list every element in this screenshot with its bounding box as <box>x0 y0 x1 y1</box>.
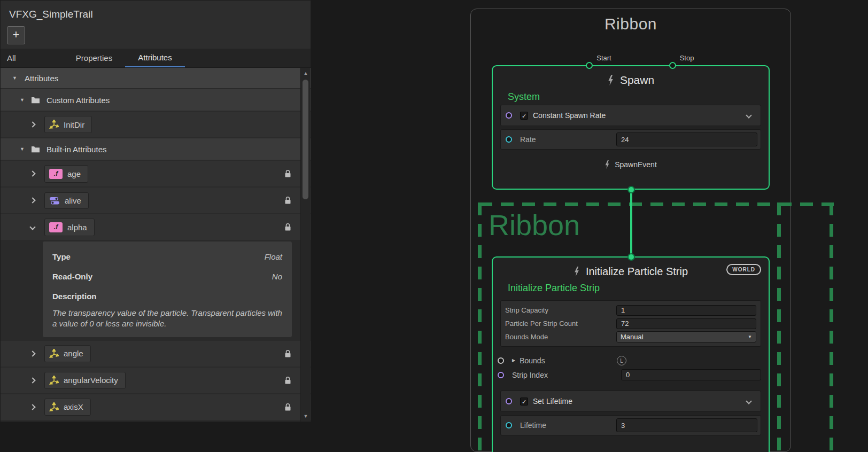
folder-icon <box>31 97 40 104</box>
attribute-name: age <box>67 169 81 178</box>
expand-chevron-icon[interactable] <box>29 350 35 356</box>
local-space-badge[interactable]: L <box>617 356 626 365</box>
spawn-start-port[interactable] <box>586 62 593 69</box>
system-border-right <box>777 202 781 452</box>
folder-icon <box>31 146 40 153</box>
rate-input[interactable] <box>616 133 757 146</box>
attribute-row-alpha[interactable]: .f alpha <box>1 214 311 240</box>
readonly-label: Read-Only <box>52 272 92 281</box>
block-port[interactable] <box>506 398 512 404</box>
foldout-open-icon[interactable]: ▼ <box>12 76 17 81</box>
group-title[interactable]: Ribbon <box>470 15 791 33</box>
lifetime-input[interactable] <box>616 418 757 432</box>
expand-chevron-icon[interactable] <box>29 170 35 176</box>
spawn-node-header: Spawn <box>493 72 769 89</box>
strip-capacity-input[interactable] <box>616 305 756 316</box>
type-value: Float <box>265 252 282 261</box>
init-context-icon <box>574 267 580 276</box>
attribute-row-angularvelocity[interactable]: angularVelocity <box>1 368 311 393</box>
bounds-port[interactable] <box>498 357 504 364</box>
expand-chevron-icon[interactable] <box>29 197 35 203</box>
strip-index-row: Strip Index <box>500 368 761 382</box>
attribute-row-axisx[interactable]: axisX <box>1 394 311 420</box>
spawn-stop-port[interactable] <box>669 62 676 69</box>
attribute-pill: angle <box>44 345 91 362</box>
lifetime-row: Lifetime <box>500 415 761 435</box>
vector-type-icon <box>49 376 59 385</box>
tab-attributes[interactable]: Attributes <box>125 49 185 67</box>
attribute-pill: alive <box>44 192 89 209</box>
rate-port[interactable] <box>506 136 512 143</box>
tab-all[interactable]: All <box>1 49 63 67</box>
builtin-attributes-folder[interactable]: ▼ Built-in Attributes <box>1 138 311 160</box>
attribute-name: angularVelocity <box>64 376 118 385</box>
block-label: Constant Spawn Rate <box>533 111 606 120</box>
rate-row: Rate <box>500 129 761 150</box>
block-enabled-checkbox[interactable]: ✓ <box>520 112 528 120</box>
block-enabled-checkbox[interactable]: ✓ <box>520 398 528 406</box>
dropdown-arrow-icon: ▼ <box>748 334 752 339</box>
expand-chevron-icon[interactable] <box>29 404 35 410</box>
lock-icon <box>284 376 291 384</box>
attribute-pill: .f age <box>44 165 88 183</box>
block-label: Set Lifetime <box>533 397 572 406</box>
folder-label: Custom Attributes <box>46 96 110 105</box>
attribute-pill: .f alpha <box>44 219 95 236</box>
constant-spawn-rate-block[interactable]: ✓ Constant Spawn Rate <box>500 105 761 126</box>
bounds-foldout-icon[interactable]: ▶ <box>512 359 515 363</box>
blackboard-header: VFXG_SimpleTrail + <box>1 1 311 49</box>
vector-type-icon <box>49 120 59 129</box>
attribute-row-alive[interactable]: alive <box>1 188 311 213</box>
foldout-open-icon[interactable]: ▼ <box>20 98 25 103</box>
world-space-badge[interactable]: WORLD <box>726 264 761 275</box>
scrollbar[interactable]: ▲ ▼ <box>300 68 310 422</box>
attributes-section-header[interactable]: ▼ Attributes <box>1 68 311 88</box>
particle-per-strip-label: Particle Per Strip Count <box>505 319 578 328</box>
strip-capacity-row: Strip Capacity <box>505 303 756 317</box>
lock-icon <box>284 170 291 178</box>
chevron-down-icon[interactable] <box>746 398 751 404</box>
spawn-event-icon <box>604 160 610 169</box>
initialize-particle-strip-node[interactable]: Initialize Particle Strip WORLD Initiali… <box>492 256 770 452</box>
blackboard-tab-bar: All Properties Attributes <box>1 49 311 68</box>
rate-label: Rate <box>520 135 536 144</box>
init-input-port[interactable] <box>627 253 635 261</box>
expand-chevron-icon[interactable] <box>29 121 35 127</box>
spawn-output-port[interactable] <box>627 186 635 193</box>
float-type-icon: .f <box>49 169 63 179</box>
particle-per-strip-input[interactable] <box>616 318 756 329</box>
set-lifetime-block[interactable]: ✓ Set Lifetime <box>500 391 761 412</box>
attribute-name: axisX <box>64 402 83 411</box>
type-label: Type <box>52 252 71 261</box>
spawn-node[interactable]: Spawn System ✓ Constant Spawn Rate Rate … <box>492 65 770 190</box>
attribute-row-initdir[interactable]: InitDir <box>1 112 311 137</box>
collapse-chevron-icon[interactable] <box>29 224 35 230</box>
custom-attributes-folder[interactable]: ▼ Custom Attributes <box>1 89 311 111</box>
system-border-left <box>478 202 482 452</box>
bounds-mode-dropdown[interactable]: Manual ▼ <box>616 331 756 342</box>
bounds-mode-value: Manual <box>621 333 644 341</box>
section-label: Attributes <box>25 74 58 83</box>
bounds-mode-label: Bounds Mode <box>505 333 548 341</box>
foldout-open-icon[interactable]: ▼ <box>20 147 25 152</box>
tab-properties[interactable]: Properties <box>63 49 125 67</box>
add-attribute-button[interactable]: + <box>7 26 25 44</box>
blackboard-body: ▼ Attributes ▼ Custom Attributes <box>1 68 311 422</box>
flow-edge[interactable] <box>630 190 632 258</box>
scroll-up-arrow-icon[interactable]: ▲ <box>301 69 311 77</box>
scrollbar-thumb[interactable] <box>303 80 308 199</box>
attribute-row-angle[interactable]: angle <box>1 341 311 367</box>
lifetime-port[interactable] <box>506 422 512 428</box>
expand-chevron-icon[interactable] <box>29 377 35 383</box>
strip-index-label: Strip Index <box>512 371 548 379</box>
strip-index-input[interactable] <box>621 369 761 380</box>
strip-index-port[interactable] <box>498 372 504 378</box>
attribute-name: alive <box>65 196 81 205</box>
attribute-pill: InitDir <box>44 116 92 133</box>
block-port[interactable] <box>506 112 512 119</box>
chevron-down-icon[interactable] <box>746 112 751 118</box>
scroll-down-arrow-icon[interactable]: ▼ <box>301 412 311 420</box>
attribute-row-age[interactable]: .f age <box>1 161 311 186</box>
vector-type-icon <box>49 349 59 359</box>
system-context-label: System <box>493 89 769 105</box>
